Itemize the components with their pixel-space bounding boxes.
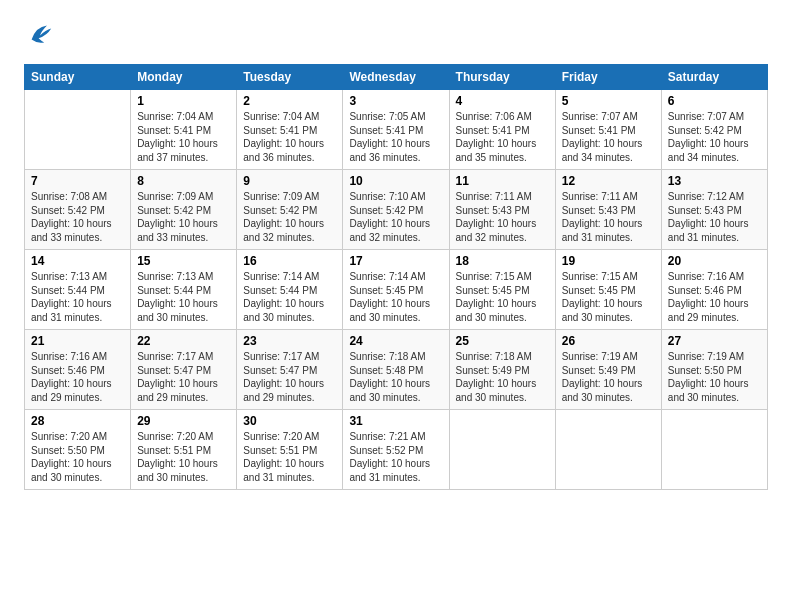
day-info: Sunrise: 7:13 AM Sunset: 5:44 PM Dayligh… xyxy=(137,270,230,324)
calendar-cell: 20Sunrise: 7:16 AM Sunset: 5:46 PM Dayli… xyxy=(661,250,767,330)
day-info: Sunrise: 7:12 AM Sunset: 5:43 PM Dayligh… xyxy=(668,190,761,244)
day-number: 26 xyxy=(562,334,655,348)
calendar-cell: 14Sunrise: 7:13 AM Sunset: 5:44 PM Dayli… xyxy=(25,250,131,330)
logo-bird-icon xyxy=(26,20,54,48)
calendar-cell: 28Sunrise: 7:20 AM Sunset: 5:50 PM Dayli… xyxy=(25,410,131,490)
header-row: SundayMondayTuesdayWednesdayThursdayFrid… xyxy=(25,65,768,90)
day-info: Sunrise: 7:05 AM Sunset: 5:41 PM Dayligh… xyxy=(349,110,442,164)
day-info: Sunrise: 7:16 AM Sunset: 5:46 PM Dayligh… xyxy=(31,350,124,404)
calendar-cell: 22Sunrise: 7:17 AM Sunset: 5:47 PM Dayli… xyxy=(131,330,237,410)
day-info: Sunrise: 7:16 AM Sunset: 5:46 PM Dayligh… xyxy=(668,270,761,324)
day-info: Sunrise: 7:04 AM Sunset: 5:41 PM Dayligh… xyxy=(137,110,230,164)
day-info: Sunrise: 7:19 AM Sunset: 5:49 PM Dayligh… xyxy=(562,350,655,404)
day-number: 1 xyxy=(137,94,230,108)
day-number: 11 xyxy=(456,174,549,188)
calendar-cell: 3Sunrise: 7:05 AM Sunset: 5:41 PM Daylig… xyxy=(343,90,449,170)
calendar-cell: 31Sunrise: 7:21 AM Sunset: 5:52 PM Dayli… xyxy=(343,410,449,490)
day-number: 4 xyxy=(456,94,549,108)
calendar-cell: 1Sunrise: 7:04 AM Sunset: 5:41 PM Daylig… xyxy=(131,90,237,170)
day-info: Sunrise: 7:04 AM Sunset: 5:41 PM Dayligh… xyxy=(243,110,336,164)
header-cell-friday: Friday xyxy=(555,65,661,90)
day-number: 7 xyxy=(31,174,124,188)
week-row-2: 14Sunrise: 7:13 AM Sunset: 5:44 PM Dayli… xyxy=(25,250,768,330)
header-cell-monday: Monday xyxy=(131,65,237,90)
calendar-cell: 9Sunrise: 7:09 AM Sunset: 5:42 PM Daylig… xyxy=(237,170,343,250)
calendar-cell: 26Sunrise: 7:19 AM Sunset: 5:49 PM Dayli… xyxy=(555,330,661,410)
day-number: 6 xyxy=(668,94,761,108)
day-info: Sunrise: 7:18 AM Sunset: 5:49 PM Dayligh… xyxy=(456,350,549,404)
header xyxy=(24,20,768,52)
calendar-header: SundayMondayTuesdayWednesdayThursdayFrid… xyxy=(25,65,768,90)
calendar-cell: 13Sunrise: 7:12 AM Sunset: 5:43 PM Dayli… xyxy=(661,170,767,250)
header-cell-tuesday: Tuesday xyxy=(237,65,343,90)
day-info: Sunrise: 7:21 AM Sunset: 5:52 PM Dayligh… xyxy=(349,430,442,484)
day-number: 31 xyxy=(349,414,442,428)
day-info: Sunrise: 7:13 AM Sunset: 5:44 PM Dayligh… xyxy=(31,270,124,324)
calendar-cell: 18Sunrise: 7:15 AM Sunset: 5:45 PM Dayli… xyxy=(449,250,555,330)
calendar-cell: 30Sunrise: 7:20 AM Sunset: 5:51 PM Dayli… xyxy=(237,410,343,490)
day-number: 27 xyxy=(668,334,761,348)
header-cell-thursday: Thursday xyxy=(449,65,555,90)
day-number: 14 xyxy=(31,254,124,268)
calendar-cell: 29Sunrise: 7:20 AM Sunset: 5:51 PM Dayli… xyxy=(131,410,237,490)
day-number: 29 xyxy=(137,414,230,428)
day-info: Sunrise: 7:09 AM Sunset: 5:42 PM Dayligh… xyxy=(243,190,336,244)
day-number: 3 xyxy=(349,94,442,108)
day-number: 12 xyxy=(562,174,655,188)
day-number: 18 xyxy=(456,254,549,268)
day-number: 25 xyxy=(456,334,549,348)
calendar-cell xyxy=(661,410,767,490)
header-cell-wednesday: Wednesday xyxy=(343,65,449,90)
day-number: 28 xyxy=(31,414,124,428)
day-info: Sunrise: 7:17 AM Sunset: 5:47 PM Dayligh… xyxy=(243,350,336,404)
calendar-cell: 11Sunrise: 7:11 AM Sunset: 5:43 PM Dayli… xyxy=(449,170,555,250)
day-info: Sunrise: 7:10 AM Sunset: 5:42 PM Dayligh… xyxy=(349,190,442,244)
header-cell-saturday: Saturday xyxy=(661,65,767,90)
day-number: 23 xyxy=(243,334,336,348)
calendar-cell: 21Sunrise: 7:16 AM Sunset: 5:46 PM Dayli… xyxy=(25,330,131,410)
day-number: 15 xyxy=(137,254,230,268)
day-number: 30 xyxy=(243,414,336,428)
calendar-cell: 2Sunrise: 7:04 AM Sunset: 5:41 PM Daylig… xyxy=(237,90,343,170)
calendar-cell: 19Sunrise: 7:15 AM Sunset: 5:45 PM Dayli… xyxy=(555,250,661,330)
calendar-cell: 7Sunrise: 7:08 AM Sunset: 5:42 PM Daylig… xyxy=(25,170,131,250)
day-info: Sunrise: 7:14 AM Sunset: 5:45 PM Dayligh… xyxy=(349,270,442,324)
calendar-cell: 10Sunrise: 7:10 AM Sunset: 5:42 PM Dayli… xyxy=(343,170,449,250)
calendar-cell: 12Sunrise: 7:11 AM Sunset: 5:43 PM Dayli… xyxy=(555,170,661,250)
page: SundayMondayTuesdayWednesdayThursdayFrid… xyxy=(0,0,792,612)
day-number: 24 xyxy=(349,334,442,348)
day-info: Sunrise: 7:09 AM Sunset: 5:42 PM Dayligh… xyxy=(137,190,230,244)
day-number: 17 xyxy=(349,254,442,268)
calendar-cell: 23Sunrise: 7:17 AM Sunset: 5:47 PM Dayli… xyxy=(237,330,343,410)
day-info: Sunrise: 7:18 AM Sunset: 5:48 PM Dayligh… xyxy=(349,350,442,404)
day-number: 20 xyxy=(668,254,761,268)
header-cell-sunday: Sunday xyxy=(25,65,131,90)
day-info: Sunrise: 7:11 AM Sunset: 5:43 PM Dayligh… xyxy=(562,190,655,244)
calendar-cell: 24Sunrise: 7:18 AM Sunset: 5:48 PM Dayli… xyxy=(343,330,449,410)
day-info: Sunrise: 7:07 AM Sunset: 5:41 PM Dayligh… xyxy=(562,110,655,164)
day-number: 2 xyxy=(243,94,336,108)
calendar-table: SundayMondayTuesdayWednesdayThursdayFrid… xyxy=(24,64,768,490)
day-number: 16 xyxy=(243,254,336,268)
day-number: 10 xyxy=(349,174,442,188)
calendar-cell: 5Sunrise: 7:07 AM Sunset: 5:41 PM Daylig… xyxy=(555,90,661,170)
day-info: Sunrise: 7:06 AM Sunset: 5:41 PM Dayligh… xyxy=(456,110,549,164)
day-number: 13 xyxy=(668,174,761,188)
day-info: Sunrise: 7:11 AM Sunset: 5:43 PM Dayligh… xyxy=(456,190,549,244)
day-info: Sunrise: 7:17 AM Sunset: 5:47 PM Dayligh… xyxy=(137,350,230,404)
calendar-cell xyxy=(25,90,131,170)
day-number: 21 xyxy=(31,334,124,348)
calendar-cell: 27Sunrise: 7:19 AM Sunset: 5:50 PM Dayli… xyxy=(661,330,767,410)
calendar-cell: 17Sunrise: 7:14 AM Sunset: 5:45 PM Dayli… xyxy=(343,250,449,330)
day-info: Sunrise: 7:07 AM Sunset: 5:42 PM Dayligh… xyxy=(668,110,761,164)
calendar-body: 1Sunrise: 7:04 AM Sunset: 5:41 PM Daylig… xyxy=(25,90,768,490)
calendar-cell: 25Sunrise: 7:18 AM Sunset: 5:49 PM Dayli… xyxy=(449,330,555,410)
day-info: Sunrise: 7:14 AM Sunset: 5:44 PM Dayligh… xyxy=(243,270,336,324)
day-info: Sunrise: 7:08 AM Sunset: 5:42 PM Dayligh… xyxy=(31,190,124,244)
calendar-cell: 8Sunrise: 7:09 AM Sunset: 5:42 PM Daylig… xyxy=(131,170,237,250)
calendar-cell xyxy=(555,410,661,490)
day-info: Sunrise: 7:19 AM Sunset: 5:50 PM Dayligh… xyxy=(668,350,761,404)
calendar-cell: 4Sunrise: 7:06 AM Sunset: 5:41 PM Daylig… xyxy=(449,90,555,170)
day-info: Sunrise: 7:20 AM Sunset: 5:50 PM Dayligh… xyxy=(31,430,124,484)
week-row-3: 21Sunrise: 7:16 AM Sunset: 5:46 PM Dayli… xyxy=(25,330,768,410)
